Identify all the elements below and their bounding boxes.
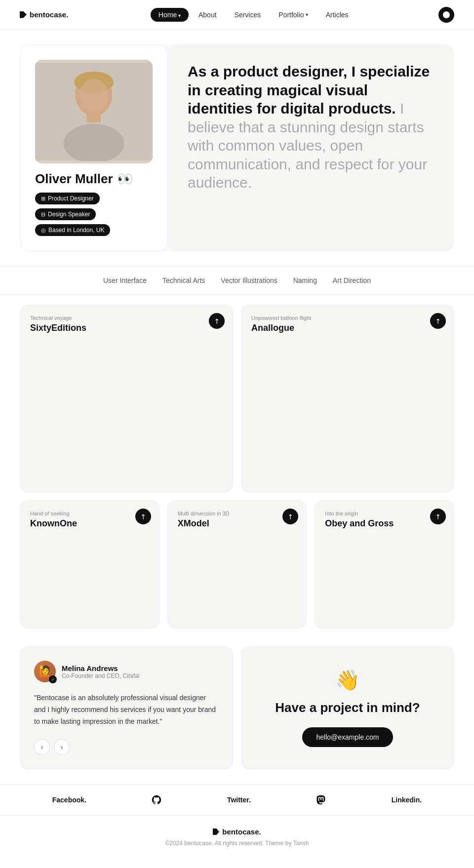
project-name-2: Anallogue: [251, 323, 444, 333]
svg-marker-6: [213, 829, 219, 835]
hero-profile: Oliver Muller 👀 ⊞ Product Designer ⊟ Des…: [20, 44, 168, 251]
skill-naming[interactable]: Naming: [293, 276, 317, 284]
project-name-5: Obey and Gross: [325, 518, 444, 529]
hero-intro: As a product designer, I specialize in c…: [168, 44, 454, 251]
badge-icon-3: ◎: [41, 227, 46, 234]
testimonial-author-title: Co-Founder and CEO, Citafal: [62, 672, 139, 679]
cta-emoji: 👋: [335, 669, 360, 692]
arrow-icon-1: ↗: [212, 316, 222, 326]
avatar-icon: [443, 11, 450, 18]
project-label-2: Unpowered balloon flight: [251, 315, 444, 321]
testimonial-navigation: ‹ ›: [34, 739, 219, 755]
bottom-section: 🙋 ✓ Melina Andrews Co-Founder and CEO, C…: [0, 646, 474, 784]
testimonial-card: 🙋 ✓ Melina Andrews Co-Founder and CEO, C…: [20, 646, 233, 769]
nav-home[interactable]: Home: [151, 8, 189, 22]
portfolio-section: Technical voyage SixtyEditions ↗ Unpower…: [0, 295, 474, 646]
project-knownone[interactable]: Hand of seeking KnownOne ↗: [20, 500, 159, 629]
project-label-1: Technical voyage: [30, 315, 223, 321]
project-label-5: Into the origin: [325, 511, 444, 516]
cta-card: 👋 Have a project in mind? hello@example.…: [241, 646, 454, 769]
footer-mastodon[interactable]: [316, 794, 326, 805]
project-arrow-3: ↗: [135, 509, 151, 524]
badge-product-designer: ⊞ Product Designer: [35, 193, 100, 204]
logo[interactable]: bentocase.: [20, 10, 68, 19]
arrow-icon-5: ↗: [433, 512, 443, 521]
logo-text: bentocase.: [30, 10, 68, 19]
testimonial-avatar: 🙋 ✓: [34, 661, 56, 682]
hero-badges: ⊞ Product Designer ⊟ Design Speaker ◎ Ba…: [35, 193, 153, 236]
badge-location: ◎ Based in London, UK: [35, 224, 110, 236]
arrow-icon-4: ↗: [285, 512, 295, 521]
nav-articles[interactable]: Articles: [318, 8, 356, 22]
twitter-label: Twitter.: [227, 796, 251, 804]
footer-copyright: ©2024 bentocase. All rights reserved. Th…: [20, 840, 454, 847]
project-name-3: KnownOne: [30, 518, 149, 529]
arrow-icon-2: ↗: [433, 316, 443, 326]
svg-point-5: [79, 79, 109, 113]
project-label-3: Hand of seeking: [30, 511, 149, 516]
linkedin-label: Linkedin.: [392, 796, 422, 804]
page-footer: bentocase. ©2024 bentocase. All rights r…: [0, 816, 474, 859]
badge-icon: ⊞: [41, 196, 45, 202]
user-avatar[interactable]: [438, 7, 454, 23]
project-label-4: Multi dimension in 3D: [178, 511, 297, 516]
testimonial-author: 🙋 ✓ Melina Andrews Co-Founder and CEO, C…: [34, 661, 219, 682]
project-arrow-5: ↗: [430, 509, 446, 524]
cta-title: Have a project in mind?: [275, 700, 420, 716]
nav-services[interactable]: Services: [227, 8, 269, 22]
footer-github[interactable]: [151, 794, 162, 805]
nav-about[interactable]: About: [191, 8, 225, 22]
footer-links: Facebook. Twitter. Linkedin.: [0, 784, 474, 816]
footer-linkedin[interactable]: Linkedin.: [392, 796, 422, 804]
project-obey-gross[interactable]: Into the origin Obey and Gross ↗: [315, 500, 454, 629]
badge-design-speaker: ⊟ Design Speaker: [35, 208, 96, 220]
project-arrow-2: ↗: [430, 313, 446, 329]
project-sixty-editions[interactable]: Technical voyage SixtyEditions ↗: [20, 305, 233, 492]
hero-section: Oliver Muller 👀 ⊞ Product Designer ⊟ Des…: [20, 44, 454, 251]
skill-art-direction[interactable]: Art Direction: [333, 276, 371, 284]
facebook-label: Facebook.: [52, 796, 86, 804]
navigation: bentocase. Home About Services Portfolio…: [0, 0, 474, 30]
hero-name: Oliver Muller 👀: [35, 171, 153, 187]
skills-strip: User Interface Technical Arts Vector Ill…: [0, 266, 474, 295]
project-xmodel[interactable]: Multi dimension in 3D XModel ↗: [167, 500, 307, 629]
testimonial-author-info: Melina Andrews Co-Founder and CEO, Citaf…: [62, 664, 139, 679]
skill-vector-illustrations[interactable]: Vector Illustrations: [221, 276, 277, 284]
footer-twitter[interactable]: Twitter.: [227, 796, 251, 804]
github-icon: [151, 794, 162, 805]
skill-technical-arts[interactable]: Technical Arts: [162, 276, 205, 284]
portfolio-row-1: Technical voyage SixtyEditions ↗ Unpower…: [20, 305, 454, 492]
hero-title: As a product designer, I specialize in c…: [188, 62, 434, 192]
testimonial-author-name: Melina Andrews: [62, 664, 139, 672]
name-emoji: 👀: [117, 171, 133, 187]
nav-links: Home About Services Portfolio Articles: [151, 8, 356, 22]
footer-facebook[interactable]: Facebook.: [52, 796, 86, 804]
project-anallogue[interactable]: Unpowered balloon flight Anallogue ↗: [241, 305, 454, 492]
skill-user-interface[interactable]: User Interface: [103, 276, 147, 284]
footer-logo-icon: [213, 829, 219, 835]
svg-rect-2: [87, 112, 101, 122]
avatar-badge: ✓: [49, 675, 57, 683]
logo-icon: [20, 11, 27, 18]
cta-email-button[interactable]: hello@example.com: [302, 727, 393, 747]
testimonial-next-button[interactable]: ›: [54, 739, 70, 755]
profile-image: [35, 62, 153, 161]
badge-icon-2: ⊟: [41, 211, 45, 218]
portfolio-row-2: Hand of seeking KnownOne ↗ Multi dimensi…: [20, 500, 454, 629]
project-arrow-1: ↗: [209, 313, 225, 329]
project-name-4: XModel: [178, 518, 297, 529]
testimonial-prev-button[interactable]: ‹: [34, 739, 50, 755]
project-name-1: SixtyEditions: [30, 323, 223, 333]
footer-logo: bentocase.: [20, 828, 454, 836]
profile-photo: [35, 60, 153, 163]
testimonial-text: "Bentocase is an absolutely professional…: [34, 692, 219, 727]
nav-portfolio[interactable]: Portfolio: [271, 8, 316, 22]
arrow-icon-3: ↗: [138, 512, 148, 521]
mastodon-icon: [316, 794, 326, 805]
